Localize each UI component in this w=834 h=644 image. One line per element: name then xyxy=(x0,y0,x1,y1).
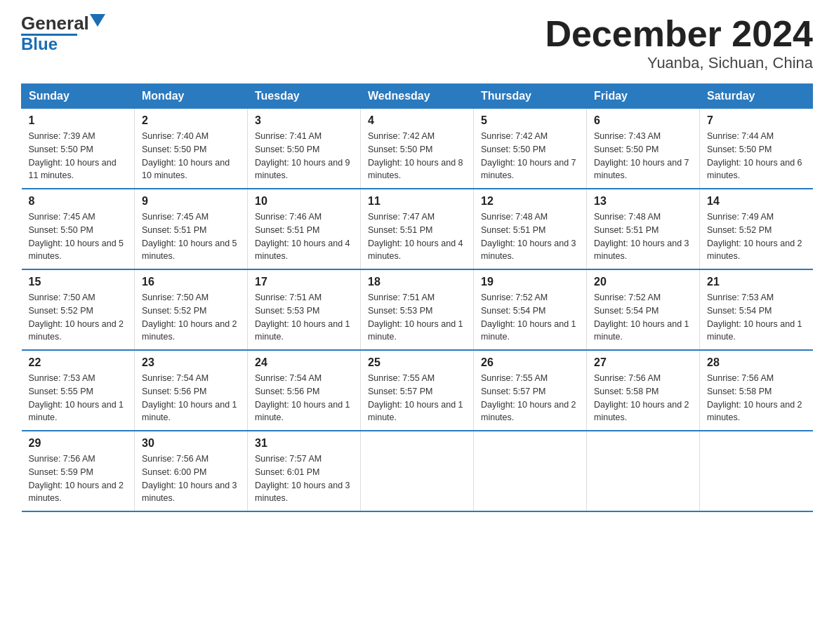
day-info: Sunrise: 7:39 AM Sunset: 5:50 PM Dayligh… xyxy=(29,130,128,182)
day-info: Sunrise: 7:48 AM Sunset: 5:51 PM Dayligh… xyxy=(594,210,692,263)
header-monday: Monday xyxy=(135,84,248,109)
day-number: 25 xyxy=(368,356,466,369)
day-info: Sunrise: 7:44 AM Sunset: 5:50 PM Dayligh… xyxy=(707,130,806,182)
table-row: 29 Sunrise: 7:56 AM Sunset: 5:59 PM Dayl… xyxy=(22,431,135,511)
day-info: Sunrise: 7:52 AM Sunset: 5:54 PM Dayligh… xyxy=(481,291,579,344)
day-info: Sunrise: 7:42 AM Sunset: 5:50 PM Dayligh… xyxy=(481,130,579,182)
table-row xyxy=(587,431,700,511)
day-info: Sunrise: 7:52 AM Sunset: 5:54 PM Dayligh… xyxy=(594,291,692,344)
table-row: 6 Sunrise: 7:43 AM Sunset: 5:50 PM Dayli… xyxy=(587,109,700,189)
day-number: 29 xyxy=(29,437,128,450)
table-row: 22 Sunrise: 7:53 AM Sunset: 5:55 PM Dayl… xyxy=(22,350,135,431)
page-title: December 2024 xyxy=(545,14,813,54)
day-number: 2 xyxy=(142,114,240,127)
day-info: Sunrise: 7:47 AM Sunset: 5:51 PM Dayligh… xyxy=(368,210,466,263)
day-number: 23 xyxy=(142,356,240,369)
table-row: 8 Sunrise: 7:45 AM Sunset: 5:50 PM Dayli… xyxy=(22,189,135,269)
day-number: 28 xyxy=(707,356,806,369)
calendar-week-row: 15 Sunrise: 7:50 AM Sunset: 5:52 PM Dayl… xyxy=(22,269,813,350)
day-number: 14 xyxy=(707,195,806,208)
day-info: Sunrise: 7:55 AM Sunset: 5:57 PM Dayligh… xyxy=(368,372,466,424)
table-row xyxy=(700,431,813,511)
day-info: Sunrise: 7:50 AM Sunset: 5:52 PM Dayligh… xyxy=(142,291,240,344)
day-number: 4 xyxy=(368,114,466,127)
calendar-table: Sunday Monday Tuesday Wednesday Thursday… xyxy=(21,83,813,512)
day-number: 15 xyxy=(29,276,128,288)
day-number: 6 xyxy=(594,114,692,127)
day-number: 19 xyxy=(481,276,579,288)
day-info: Sunrise: 7:51 AM Sunset: 5:53 PM Dayligh… xyxy=(368,291,466,344)
table-row: 15 Sunrise: 7:50 AM Sunset: 5:52 PM Dayl… xyxy=(22,269,135,350)
table-row: 9 Sunrise: 7:45 AM Sunset: 5:51 PM Dayli… xyxy=(135,189,248,269)
day-info: Sunrise: 7:56 AM Sunset: 6:00 PM Dayligh… xyxy=(142,452,240,505)
day-number: 11 xyxy=(368,195,466,208)
day-number: 24 xyxy=(255,356,353,369)
day-info: Sunrise: 7:51 AM Sunset: 5:53 PM Dayligh… xyxy=(255,291,353,344)
logo-text-general: General xyxy=(21,14,89,32)
svg-marker-0 xyxy=(90,14,105,27)
header-saturday: Saturday xyxy=(700,84,813,109)
day-number: 31 xyxy=(255,437,353,450)
day-number: 8 xyxy=(29,195,128,208)
title-block: December 2024 Yuanba, Sichuan, China xyxy=(545,14,813,72)
table-row: 11 Sunrise: 7:47 AM Sunset: 5:51 PM Dayl… xyxy=(361,189,474,269)
day-number: 21 xyxy=(707,276,806,288)
calendar-week-row: 22 Sunrise: 7:53 AM Sunset: 5:55 PM Dayl… xyxy=(22,350,813,431)
table-row xyxy=(474,431,587,511)
day-info: Sunrise: 7:48 AM Sunset: 5:51 PM Dayligh… xyxy=(481,210,579,263)
table-row: 4 Sunrise: 7:42 AM Sunset: 5:50 PM Dayli… xyxy=(361,109,474,189)
day-info: Sunrise: 7:54 AM Sunset: 5:56 PM Dayligh… xyxy=(142,372,240,424)
table-row: 18 Sunrise: 7:51 AM Sunset: 5:53 PM Dayl… xyxy=(361,269,474,350)
table-row: 13 Sunrise: 7:48 AM Sunset: 5:51 PM Dayl… xyxy=(587,189,700,269)
day-info: Sunrise: 7:57 AM Sunset: 6:01 PM Dayligh… xyxy=(255,452,353,505)
calendar-week-row: 29 Sunrise: 7:56 AM Sunset: 5:59 PM Dayl… xyxy=(22,431,813,511)
table-row: 24 Sunrise: 7:54 AM Sunset: 5:56 PM Dayl… xyxy=(248,350,361,431)
day-info: Sunrise: 7:43 AM Sunset: 5:50 PM Dayligh… xyxy=(594,130,692,182)
day-number: 30 xyxy=(142,437,240,450)
day-number: 7 xyxy=(707,114,806,127)
day-number: 27 xyxy=(594,356,692,369)
table-row: 17 Sunrise: 7:51 AM Sunset: 5:53 PM Dayl… xyxy=(248,269,361,350)
table-row: 1 Sunrise: 7:39 AM Sunset: 5:50 PM Dayli… xyxy=(22,109,135,189)
day-number: 1 xyxy=(29,114,128,127)
day-number: 13 xyxy=(594,195,692,208)
day-number: 5 xyxy=(481,114,579,127)
page-header: General Blue December 2024 Yuanba, Sichu… xyxy=(21,14,813,72)
day-number: 3 xyxy=(255,114,353,127)
day-number: 22 xyxy=(29,356,128,369)
day-info: Sunrise: 7:53 AM Sunset: 5:55 PM Dayligh… xyxy=(29,372,128,424)
day-info: Sunrise: 7:54 AM Sunset: 5:56 PM Dayligh… xyxy=(255,372,353,424)
table-row xyxy=(361,431,474,511)
table-row: 19 Sunrise: 7:52 AM Sunset: 5:54 PM Dayl… xyxy=(474,269,587,350)
day-info: Sunrise: 7:45 AM Sunset: 5:50 PM Dayligh… xyxy=(29,210,128,263)
table-row: 5 Sunrise: 7:42 AM Sunset: 5:50 PM Dayli… xyxy=(474,109,587,189)
day-number: 9 xyxy=(142,195,240,208)
header-thursday: Thursday xyxy=(474,84,587,109)
day-number: 12 xyxy=(481,195,579,208)
table-row: 28 Sunrise: 7:56 AM Sunset: 5:58 PM Dayl… xyxy=(700,350,813,431)
calendar-week-row: 1 Sunrise: 7:39 AM Sunset: 5:50 PM Dayli… xyxy=(22,109,813,189)
table-row: 7 Sunrise: 7:44 AM Sunset: 5:50 PM Dayli… xyxy=(700,109,813,189)
table-row: 14 Sunrise: 7:49 AM Sunset: 5:52 PM Dayl… xyxy=(700,189,813,269)
header-friday: Friday xyxy=(587,84,700,109)
day-number: 20 xyxy=(594,276,692,288)
table-row: 25 Sunrise: 7:55 AM Sunset: 5:57 PM Dayl… xyxy=(361,350,474,431)
table-row: 26 Sunrise: 7:55 AM Sunset: 5:57 PM Dayl… xyxy=(474,350,587,431)
table-row: 30 Sunrise: 7:56 AM Sunset: 6:00 PM Dayl… xyxy=(135,431,248,511)
table-row: 10 Sunrise: 7:46 AM Sunset: 5:51 PM Dayl… xyxy=(248,189,361,269)
day-info: Sunrise: 7:55 AM Sunset: 5:57 PM Dayligh… xyxy=(481,372,579,424)
day-info: Sunrise: 7:40 AM Sunset: 5:50 PM Dayligh… xyxy=(142,130,240,182)
page-subtitle: Yuanba, Sichuan, China xyxy=(545,54,813,72)
day-info: Sunrise: 7:42 AM Sunset: 5:50 PM Dayligh… xyxy=(368,130,466,182)
day-number: 26 xyxy=(481,356,579,369)
logo: General Blue xyxy=(21,14,105,53)
table-row: 31 Sunrise: 7:57 AM Sunset: 6:01 PM Dayl… xyxy=(248,431,361,511)
table-row: 16 Sunrise: 7:50 AM Sunset: 5:52 PM Dayl… xyxy=(135,269,248,350)
table-row: 12 Sunrise: 7:48 AM Sunset: 5:51 PM Dayl… xyxy=(474,189,587,269)
table-row: 23 Sunrise: 7:54 AM Sunset: 5:56 PM Dayl… xyxy=(135,350,248,431)
day-number: 18 xyxy=(368,276,466,288)
calendar-header-row: Sunday Monday Tuesday Wednesday Thursday… xyxy=(22,84,813,109)
day-info: Sunrise: 7:45 AM Sunset: 5:51 PM Dayligh… xyxy=(142,210,240,263)
day-number: 16 xyxy=(142,276,240,288)
logo-triangle-icon xyxy=(90,14,105,29)
